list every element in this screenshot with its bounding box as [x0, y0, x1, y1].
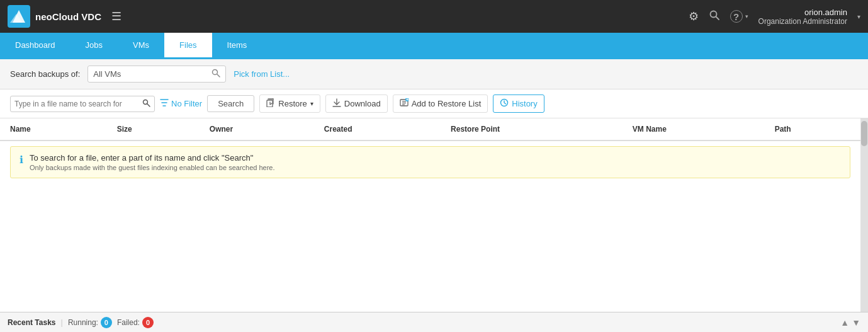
table-header: Name Size Owner Created Restore Point VM… [0, 118, 860, 140]
search-icon [709, 9, 720, 24]
file-search-input[interactable] [14, 100, 140, 108]
search-backups-input-wrap [87, 66, 226, 83]
restore-caret-icon: ▾ [310, 100, 313, 107]
info-text-block: To search for a file, enter a part of it… [30, 153, 275, 171]
username: orion.admin [758, 8, 847, 17]
search-backups-icon [211, 69, 220, 79]
download-label: Download [344, 99, 381, 108]
app-title: neoCloud VDC [35, 11, 101, 22]
search-backups-row: Search backups of: Pick from List... [0, 59, 868, 89]
settings-button[interactable]: ⚙ [689, 9, 699, 23]
add-restore-icon [400, 98, 409, 109]
file-search-input-wrap [10, 96, 155, 112]
file-search-icon [142, 99, 150, 109]
collapse-down-button[interactable]: ▼ [852, 318, 860, 328]
restore-label: Restore [278, 99, 307, 108]
svg-line-8 [147, 103, 150, 106]
failed-label: Failed: [117, 318, 140, 327]
top-navbar: neoCloud VDC ☰ ⚙ ? ▾ orion.admin Organiz… [0, 0, 868, 33]
settings-icon: ⚙ [689, 9, 699, 23]
filter-icon [160, 98, 169, 109]
svg-line-6 [217, 74, 220, 77]
right-scrollbar [860, 118, 868, 312]
running-label: Running: [68, 318, 98, 327]
content-area: Name Size Owner Created Restore Point VM… [0, 118, 868, 312]
logo-icon [8, 5, 30, 28]
add-restore-label: Add to Restore List [412, 99, 482, 108]
running-status: Running: 0 [68, 317, 112, 328]
nav-right: ⚙ ? ▾ orion.admin Organization Administr… [689, 8, 860, 26]
search-backups-label: Search backups of: [10, 69, 80, 79]
scrollbar-thumb [861, 121, 867, 146]
help-button[interactable]: ? ▾ [730, 10, 748, 23]
hamburger-menu[interactable]: ☰ [111, 9, 121, 23]
status-bar: Recent Tasks | Running: 0 Failed: 0 ▲ ▼ [0, 312, 868, 332]
history-icon [500, 98, 509, 109]
logo-area: neoCloud VDC [8, 5, 101, 28]
info-sub-text: Only backups made with the guest files i… [30, 164, 275, 171]
table-wrap: Name Size Owner Created Restore Point VM… [0, 118, 860, 312]
user-role: Organization Administrator [758, 17, 847, 26]
col-restore-point: Restore Point [441, 118, 623, 140]
col-size: Size [107, 118, 200, 140]
recent-tasks-label: Recent Tasks [8, 318, 55, 327]
restore-button[interactable]: Restore ▾ [259, 94, 320, 113]
col-name: Name [0, 118, 107, 140]
info-banner-row: ℹ To search for a file, enter a part of … [0, 140, 860, 183]
no-filter-label: No Filter [171, 99, 202, 108]
tab-vms[interactable]: VMs [118, 33, 164, 59]
help-icon: ? [730, 10, 743, 23]
col-created: Created [314, 118, 441, 140]
col-path: Path [765, 118, 860, 140]
failed-count-badge: 0 [142, 317, 154, 328]
help-caret-icon: ▾ [745, 13, 748, 20]
info-icon: ℹ [20, 154, 23, 166]
history-label: History [512, 99, 537, 108]
toolbar-row: No Filter Search Restore ▾ [0, 89, 868, 118]
info-banner: ℹ To search for a file, enter a part of … [10, 146, 850, 178]
status-bar-controls: ▲ ▼ [840, 318, 860, 328]
history-button[interactable]: History [493, 94, 544, 113]
tab-jobs[interactable]: Jobs [70, 33, 118, 59]
main-content: Search backups of: Pick from List... [0, 59, 868, 312]
running-count-badge: 0 [101, 317, 112, 328]
col-owner: Owner [200, 118, 314, 140]
user-caret-icon: ▾ [857, 13, 860, 20]
tab-dashboard[interactable]: Dashboard [0, 33, 70, 59]
add-to-restore-button[interactable]: Add to Restore List [393, 94, 488, 113]
user-info[interactable]: orion.admin Organization Administrator [758, 8, 847, 26]
pick-from-list-link[interactable]: Pick from List... [234, 69, 290, 79]
collapse-up-button[interactable]: ▲ [840, 318, 849, 328]
info-main-text: To search for a file, enter a part of it… [30, 153, 275, 163]
search-button[interactable]: Search [207, 95, 254, 112]
files-table: Name Size Owner Created Restore Point VM… [0, 118, 860, 183]
download-icon [332, 98, 341, 109]
tab-files[interactable]: Files [164, 33, 211, 59]
tab-bar: Dashboard Jobs VMs Files Items [0, 33, 868, 59]
svg-line-4 [716, 16, 719, 20]
restore-icon [266, 98, 275, 109]
tab-items[interactable]: Items [212, 33, 262, 59]
table-body: ℹ To search for a file, enter a part of … [0, 140, 860, 183]
download-button[interactable]: Download [325, 94, 388, 113]
filter-button[interactable]: No Filter [160, 98, 202, 109]
col-vm-name: VM Name [623, 118, 765, 140]
search-button[interactable] [709, 9, 720, 24]
failed-status: Failed: 0 [117, 317, 154, 328]
search-backups-input[interactable] [93, 69, 211, 79]
